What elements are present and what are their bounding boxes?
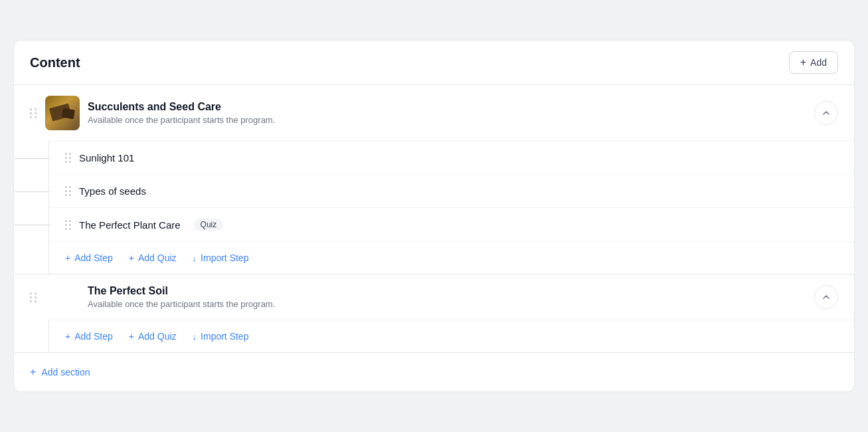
- import-step-label: Import Step: [201, 253, 248, 263]
- step-name-plantcare: The Perfect Plant Care: [79, 219, 181, 231]
- drag-dot: [30, 112, 32, 114]
- section-collapse-button[interactable]: [814, 101, 838, 125]
- step-name-seeds: Types of seeds: [79, 185, 146, 197]
- drag-dot: [65, 228, 67, 230]
- drag-dot: [35, 292, 37, 294]
- add-quiz-button-soil[interactable]: + Add Quiz: [129, 328, 177, 344]
- import-step-label-soil: Import Step: [201, 331, 248, 342]
- drag-dot: [30, 108, 32, 110]
- section-info: Succulents and Seed Care Available once …: [88, 101, 806, 125]
- action-row-soil: + Add Step + Add Quiz ↓ Import Step: [49, 320, 854, 352]
- add-step-button-soil[interactable]: + Add Step: [65, 328, 113, 344]
- drag-dot: [69, 161, 71, 163]
- content-panel: Content + Add Succulents an: [13, 40, 855, 392]
- add-step-button-succulents[interactable]: + Add Step: [65, 250, 113, 266]
- step-drag-handle[interactable]: [65, 153, 71, 163]
- step-connector: [15, 158, 49, 159]
- drag-dot: [30, 300, 32, 302]
- section-availability-soil: Available once the participant starts th…: [88, 299, 806, 309]
- import-icon: ↓: [193, 332, 197, 342]
- section-succulents: Succulents and Seed Care Available once …: [14, 85, 854, 274]
- drag-dot: [30, 116, 32, 118]
- drag-dot: [65, 157, 67, 159]
- section-thumbnail: [45, 96, 80, 130]
- drag-dot: [65, 194, 67, 196]
- section-name-soil: The Perfect Soil: [88, 285, 806, 297]
- section-drag-handle[interactable]: [30, 292, 37, 302]
- drag-dot: [69, 194, 71, 196]
- section-availability: Available once the participant starts th…: [88, 115, 806, 125]
- drag-dot: [69, 224, 71, 226]
- step-connector: [15, 191, 49, 192]
- step-drag-handle[interactable]: [65, 186, 71, 196]
- quiz-badge: Quiz: [194, 219, 224, 231]
- drag-dot: [35, 108, 37, 110]
- page-title: Content: [30, 55, 80, 70]
- content-header: Content + Add: [14, 41, 854, 85]
- drag-dot: [65, 161, 67, 163]
- step-row-seeds: Types of seeds: [49, 174, 854, 207]
- section-collapse-button-soil[interactable]: [814, 285, 838, 309]
- section-soil: The Perfect Soil Available once the part…: [14, 274, 854, 353]
- action-row-succulents: + Add Step + Add Quiz ↓ Import Step: [49, 241, 854, 274]
- import-icon: ↓: [193, 253, 197, 263]
- step-name-sunlight: Sunlight 101: [79, 152, 134, 163]
- add-section-row: + Add section: [14, 353, 854, 391]
- import-step-button-soil[interactable]: ↓ Import Step: [193, 328, 249, 344]
- drag-dot: [65, 153, 67, 155]
- section-info-soil: The Perfect Soil Available once the part…: [88, 285, 806, 309]
- drag-dot: [69, 190, 71, 192]
- add-step-label-soil: Add Step: [74, 331, 113, 342]
- drag-dot: [65, 190, 67, 192]
- plus-icon: +: [129, 331, 134, 342]
- add-section-label: Add section: [41, 367, 90, 378]
- add-section-button[interactable]: + Add section: [30, 366, 90, 378]
- section-soil-header: The Perfect Soil Available once the part…: [14, 274, 854, 320]
- section-succulents-header: Succulents and Seed Care Available once …: [14, 85, 854, 141]
- step-row-plantcare: The Perfect Plant Care Quiz: [49, 207, 854, 241]
- add-step-label: Add Step: [74, 253, 113, 263]
- add-quiz-label-soil: Add Quiz: [138, 331, 177, 342]
- drag-dot: [65, 186, 67, 188]
- drag-dot: [69, 228, 71, 230]
- steps-container-soil: + Add Step + Add Quiz ↓ Import Step: [48, 320, 854, 352]
- step-drag-handle[interactable]: [65, 220, 71, 230]
- chevron-up-icon: [821, 292, 831, 302]
- step-connector: [15, 225, 49, 225]
- import-step-button-succulents[interactable]: ↓ Import Step: [193, 250, 249, 266]
- add-quiz-button-succulents[interactable]: + Add Quiz: [129, 250, 177, 266]
- drag-dot: [65, 220, 67, 222]
- drag-dot: [69, 153, 71, 155]
- thumbnail-image: [45, 96, 80, 130]
- steps-container-succulents: Sunlight 101 Types of seeds: [48, 141, 854, 274]
- section-drag-handle[interactable]: [30, 108, 37, 118]
- drag-dot: [35, 116, 37, 118]
- drag-dot: [69, 220, 71, 222]
- plus-icon: +: [65, 331, 70, 342]
- drag-dot: [30, 296, 32, 298]
- add-button-label: Add: [810, 57, 827, 68]
- plus-icon: +: [129, 253, 134, 263]
- chevron-up-icon: [821, 108, 831, 118]
- add-quiz-label: Add Quiz: [138, 253, 177, 263]
- drag-dot: [35, 300, 37, 302]
- plus-icon: +: [800, 56, 806, 68]
- drag-dot: [69, 157, 71, 159]
- drag-dot: [65, 224, 67, 226]
- step-row-sunlight: Sunlight 101: [49, 141, 854, 174]
- drag-dot: [30, 292, 32, 294]
- drag-dot: [35, 112, 37, 114]
- plus-icon: +: [30, 366, 36, 378]
- drag-dot: [35, 296, 37, 298]
- plus-icon: +: [65, 253, 70, 263]
- drag-dot: [69, 186, 71, 188]
- section-name: Succulents and Seed Care: [88, 101, 806, 113]
- add-button[interactable]: + Add: [789, 51, 838, 74]
